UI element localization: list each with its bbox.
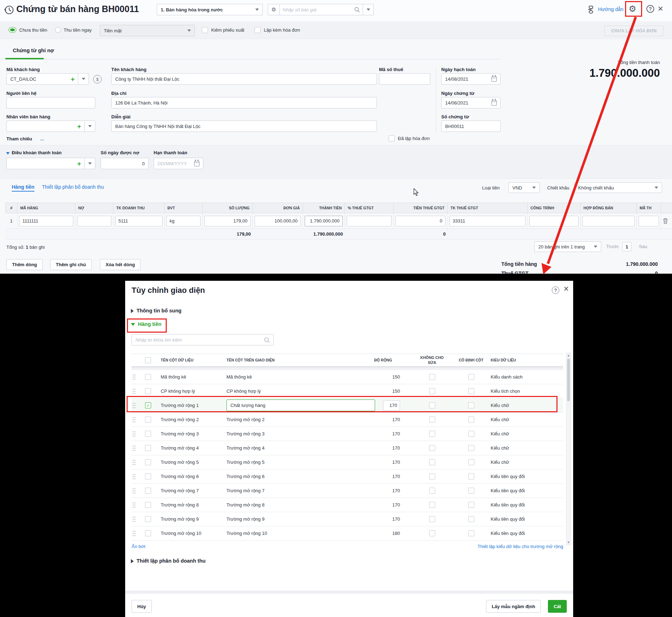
- no-edit-checkbox[interactable]: [429, 516, 435, 522]
- modal-table-row[interactable]: Mã thống kêMã thống kê150Kiểu danh sách: [132, 370, 563, 384]
- no-edit-checkbox[interactable]: [429, 402, 435, 408]
- collapse-link[interactable]: Ẩn bớt: [132, 544, 145, 549]
- contact-input[interactable]: [6, 97, 95, 108]
- export-slip-checkbox[interactable]: Kiêm phiếu xuất: [202, 27, 244, 33]
- fixed-col-checkbox[interactable]: [468, 488, 474, 494]
- no-edit-checkbox[interactable]: [429, 445, 435, 451]
- guide-link[interactable]: Hướng dẫn: [598, 6, 623, 12]
- sales-person-input[interactable]: +: [6, 120, 95, 132]
- vat-pct-cell[interactable]: [347, 216, 391, 226]
- no-edit-checkbox[interactable]: [429, 374, 435, 380]
- quote-number-input[interactable]: Nhập số báo giá: [280, 4, 363, 15]
- customer-code-input[interactable]: CT_DAILOC +: [6, 73, 89, 85]
- drag-handle-icon[interactable]: [132, 488, 136, 494]
- page-size-select[interactable]: 20 bản ghi trên 1 trang: [534, 241, 601, 252]
- description-input[interactable]: Bán hàng Công ty TNHH Nội thất Đại Lộc: [111, 120, 377, 132]
- tab-revenue-allocation[interactable]: Thiết lập phân bổ doanh thu: [42, 184, 104, 190]
- drag-handle-icon[interactable]: [132, 417, 136, 423]
- row-checkbox[interactable]: [145, 374, 151, 380]
- radio-collect-now[interactable]: Thu tiền ngay: [55, 27, 92, 33]
- quote-settings-gear-icon[interactable]: ⚙: [268, 4, 280, 15]
- row-checkbox[interactable]: [145, 488, 151, 494]
- clear-rows-button[interactable]: Xóa hết dòng: [100, 259, 140, 270]
- fixed-col-checkbox[interactable]: [468, 502, 474, 508]
- invoiced-checkbox[interactable]: Đã lập hóa đơn: [389, 135, 430, 141]
- row-checkbox[interactable]: [145, 502, 151, 508]
- fixed-col-checkbox[interactable]: [468, 374, 474, 380]
- row-checkbox[interactable]: ✓: [145, 402, 151, 408]
- no-edit-checkbox[interactable]: [429, 488, 435, 494]
- select-all-checkbox[interactable]: [145, 357, 151, 363]
- drag-handle-icon[interactable]: [132, 473, 136, 479]
- quantity-cell[interactable]: 179,00: [204, 216, 251, 226]
- delete-row-cell[interactable]: [661, 213, 672, 229]
- no-edit-checkbox[interactable]: [429, 502, 435, 508]
- tab-debit-document[interactable]: Chứng từ ghi nợ: [13, 48, 54, 53]
- address-input[interactable]: 126 Đê La Thành, Hà Nội: [111, 97, 377, 108]
- datatype-setup-link[interactable]: Thiết lập kiểu dữ liệu cho trường mở rộn…: [385, 544, 563, 549]
- modal-table-row[interactable]: Trường mở rộng 2Trường mở rộng 2170Kiểu …: [132, 413, 563, 427]
- modal-table-row[interactable]: Trường mở rộng 4Trường mở rộng 4170Kiểu …: [132, 441, 563, 455]
- fixed-col-checkbox[interactable]: [468, 417, 474, 423]
- sales-person-dropdown[interactable]: [84, 121, 95, 132]
- fixed-col-checkbox[interactable]: [468, 530, 474, 536]
- payment-terms-dropdown[interactable]: [84, 158, 95, 169]
- modal-close-icon[interactable]: ×: [564, 284, 569, 294]
- history-icon[interactable]: [4, 5, 14, 15]
- scrollbar-thumb[interactable]: [567, 359, 570, 401]
- unit-price-cell[interactable]: 100.000,00: [255, 216, 301, 226]
- no-edit-checkbox[interactable]: [429, 530, 435, 536]
- doc-no-input[interactable]: BH00011: [441, 120, 501, 132]
- scroll-down-icon[interactable]: ▼: [566, 540, 571, 545]
- drag-handle-icon[interactable]: [132, 530, 136, 536]
- item-code-cell[interactable]: 1111111: [19, 216, 73, 226]
- row-checkbox[interactable]: [145, 445, 151, 451]
- row-checkbox[interactable]: [145, 516, 151, 522]
- drag-handle-icon[interactable]: [132, 402, 136, 408]
- row-checkbox[interactable]: [145, 530, 151, 536]
- no-edit-checkbox[interactable]: [429, 417, 435, 423]
- table-row[interactable]: 1 1111111 5111 kg 179,00 100.000,00 1.79…: [6, 213, 672, 229]
- fixed-col-checkbox[interactable]: [468, 445, 474, 451]
- modal-table-row[interactable]: Trường mở rộng 9Trường mở rộng 9170Kiểu …: [132, 512, 563, 526]
- row-checkbox[interactable]: [145, 388, 151, 394]
- modal-table-row[interactable]: Trường mở rộng 5Trường mở rộng 5170Kiểu …: [132, 455, 563, 470]
- no-edit-checkbox[interactable]: [429, 459, 435, 465]
- discount-select[interactable]: Không chiết khấu: [574, 182, 662, 193]
- drag-handle-icon[interactable]: [132, 374, 136, 380]
- add-note-button[interactable]: Thêm ghi chú: [50, 259, 92, 270]
- modal-table-row[interactable]: Trường mở rộng 8Trường mở rộng 8170Kiểu …: [132, 498, 563, 512]
- payment-terms-input[interactable]: +: [6, 158, 95, 169]
- row-checkbox[interactable]: [145, 431, 151, 437]
- fixed-col-checkbox[interactable]: [468, 473, 474, 479]
- due-date-input[interactable]: DD/MM/YYYY: [154, 158, 203, 169]
- modal-save-button[interactable]: Cất: [548, 600, 567, 613]
- fixed-col-checkbox[interactable]: [468, 388, 474, 394]
- help-icon[interactable]: ?: [646, 5, 654, 13]
- no-edit-checkbox[interactable]: [429, 388, 435, 394]
- next-page-button[interactable]: Sau: [639, 244, 647, 249]
- drag-handle-icon[interactable]: [132, 431, 136, 437]
- display-name-input[interactable]: Chất lượng hàng: [226, 399, 375, 411]
- tax-code-input[interactable]: [379, 73, 430, 85]
- no-edit-checkbox[interactable]: [429, 431, 435, 437]
- revenue-account-cell[interactable]: 5111: [115, 216, 162, 226]
- customer-code-dropdown[interactable]: [78, 74, 89, 84]
- project-cell[interactable]: [529, 216, 578, 226]
- row-checkbox[interactable]: [145, 473, 151, 479]
- modal-table-row[interactable]: CP không hợp lýCP không hợp lý150Kiểu tí…: [132, 384, 563, 398]
- add-row-button[interactable]: Thêm dòng: [6, 259, 43, 270]
- amount-cell[interactable]: 1.790.000.000: [305, 216, 343, 226]
- close-icon[interactable]: ×: [658, 3, 663, 14]
- radio-not-collected[interactable]: Chưa thu tiền: [9, 27, 47, 33]
- payment-method-select[interactable]: Tiền mặt: [100, 25, 195, 36]
- modal-table-row[interactable]: Trường mở rộng 3Trường mở rộng 3170Kiểu …: [132, 427, 563, 441]
- scrollbar[interactable]: ▲ ▼: [566, 353, 571, 545]
- width-input[interactable]: 170: [383, 400, 400, 411]
- drag-handle-icon[interactable]: [132, 445, 136, 451]
- reference-more-link[interactable]: ...: [40, 136, 44, 141]
- vat-amount-cell[interactable]: 0: [395, 216, 446, 226]
- prev-page-button[interactable]: Trước: [606, 244, 619, 249]
- no-edit-checkbox[interactable]: [429, 473, 435, 479]
- add-icon[interactable]: +: [71, 76, 75, 82]
